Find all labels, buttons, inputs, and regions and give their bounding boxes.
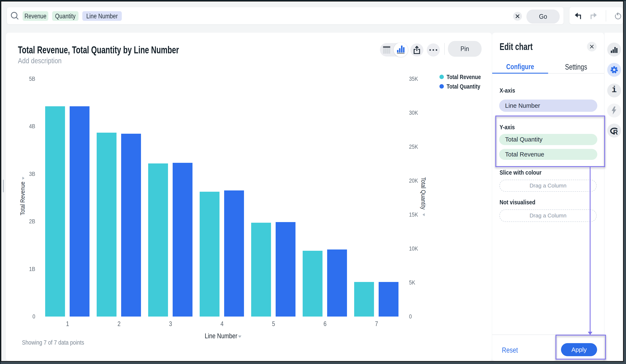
svg-text:R: R <box>613 129 618 135</box>
